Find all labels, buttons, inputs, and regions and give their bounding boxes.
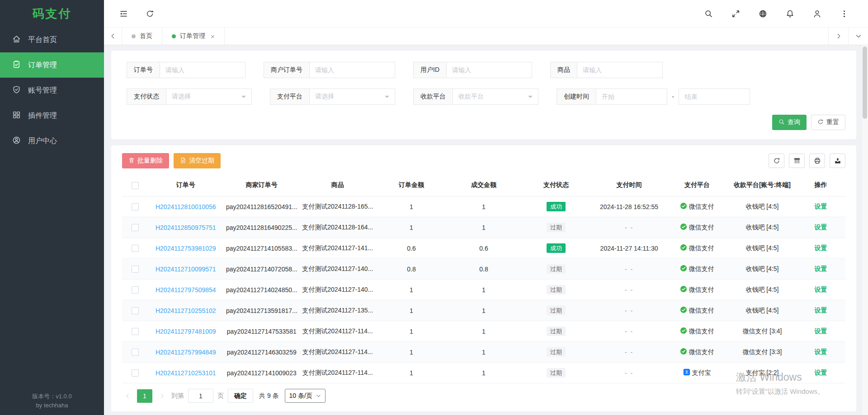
table-export-button[interactable] (830, 154, 845, 168)
pay-platform-cell: 微信支付 (666, 321, 728, 342)
column-header: 成交金额 (448, 174, 520, 196)
filter-select-pay-platform[interactable]: 请选择 (309, 89, 395, 105)
table-header-row: 订单号商家订单号商品订单金额成交金额支付状态支付时间支付平台收款平台[账号:终端… (122, 174, 845, 196)
filter-select-pay-status[interactable]: 请选择 (166, 89, 252, 105)
settings-link[interactable]: 设置 (815, 265, 827, 272)
settings-link[interactable]: 设置 (815, 203, 827, 210)
prev-page-button[interactable] (122, 389, 133, 403)
settings-link[interactable]: 设置 (815, 327, 827, 335)
column-header: 支付时间 (592, 174, 666, 196)
search-icon[interactable] (703, 9, 713, 19)
refresh-page-icon[interactable] (145, 9, 155, 19)
paid-amount-cell: 0.8 (448, 259, 520, 280)
wechat-pay-icon (680, 348, 687, 356)
tabs-scroll-right-button[interactable] (828, 28, 848, 45)
tab-home[interactable]: 首页 (122, 28, 162, 45)
table-print-button[interactable] (809, 154, 825, 168)
scrollbar-thumb[interactable] (863, 47, 867, 119)
order-id-cell: H2024112710099571 (148, 259, 223, 280)
table-columns-button[interactable] (789, 154, 805, 168)
order-id-link[interactable]: H2024112797509854 (156, 286, 216, 294)
sidebar-item-usercenter[interactable]: 用户中心 (0, 128, 104, 154)
pagination: 1 到第 页 确定 共 9 条 10 条/页 (122, 383, 845, 409)
filter-label-product: 商品 (550, 62, 577, 78)
settings-link[interactable]: 设置 (815, 348, 827, 355)
filter-select-receive-platform[interactable]: 收款平台 (453, 89, 538, 105)
select-all-checkbox[interactable] (132, 182, 139, 189)
settings-link[interactable]: 设置 (815, 244, 827, 252)
order-id-link[interactable]: H2024112797481009 (156, 328, 216, 335)
tabs-scroll-left-button[interactable] (104, 28, 122, 45)
order-id-link[interactable]: H2024112810010056 (156, 203, 216, 210)
reset-button[interactable]: 重置 (811, 115, 845, 130)
goto-page-input[interactable] (188, 389, 213, 403)
order-id-link[interactable]: H2024112710099571 (156, 266, 216, 273)
table-refresh-button[interactable] (769, 154, 784, 168)
order-id-cell: H2024112710255102 (148, 300, 223, 321)
filter-input-user-id[interactable] (446, 62, 532, 78)
collapse-menu-icon[interactable] (118, 9, 128, 19)
filter-input-order-no[interactable] (160, 62, 245, 78)
more-kebab-icon[interactable] (839, 9, 849, 19)
select-placeholder: 收款平台 (458, 93, 484, 101)
order-id-link[interactable]: H2024112753981029 (156, 245, 216, 252)
filter-input-product[interactable] (577, 62, 663, 78)
pay-time-cell: - - (592, 342, 666, 363)
filter-input-merchant-order-no[interactable] (309, 62, 395, 78)
tabs-menu-button[interactable] (848, 28, 868, 45)
batch-delete-button[interactable]: 批量删除 (122, 153, 169, 168)
orders-table: 订单号商家订单号商品订单金额成交金额支付状态支付时间支付平台收款平台[账号:终端… (122, 174, 845, 383)
clear-expired-button[interactable]: 清空过期 (174, 153, 221, 168)
filter-row-2: 支付状态请选择支付平台请选择收款平台收款平台创建时间- (127, 89, 845, 105)
order-id-link[interactable]: H2024112757994849 (156, 349, 216, 356)
language-globe-icon[interactable] (758, 9, 768, 19)
merchant-order-no-cell: pay20241127141009023 (223, 363, 300, 383)
sidebar-item-label: 账号管理 (28, 86, 57, 95)
row-checkbox-cell (122, 217, 148, 238)
pay-status-cell: 成功 (520, 238, 592, 259)
action-cell: 设置 (796, 259, 845, 280)
pay-status-cell: 过期 (520, 300, 592, 321)
filter-input-create-time-start[interactable] (596, 89, 667, 105)
sidebar-item-home[interactable]: 平台首页 (0, 27, 104, 52)
notification-bell-icon[interactable] (785, 9, 795, 19)
filter-input-create-time-end[interactable] (679, 89, 750, 105)
row-checkbox[interactable] (132, 245, 139, 252)
row-checkbox[interactable] (132, 369, 139, 377)
fullscreen-icon[interactable] (731, 9, 741, 19)
order-id-link[interactable]: H2024112850975751 (156, 224, 216, 231)
row-checkbox[interactable] (132, 203, 139, 210)
platform-label: 支付宝 (692, 369, 711, 377)
settings-link[interactable]: 设置 (815, 307, 827, 314)
app-logo: 码支付 (0, 0, 104, 27)
alipay-icon: 支 (683, 368, 690, 377)
sidebar-item-orders[interactable]: 订单管理 (0, 52, 104, 78)
user-avatar-icon[interactable] (812, 9, 822, 19)
vertical-scrollbar[interactable] (861, 45, 868, 415)
row-checkbox[interactable] (132, 328, 139, 335)
order-id-link[interactable]: H2024112710253101 (156, 369, 216, 377)
goto-confirm-button[interactable]: 确定 (228, 389, 253, 403)
next-page-button[interactable] (156, 389, 167, 403)
action-cell: 设置 (796, 238, 845, 259)
row-checkbox[interactable] (132, 224, 139, 231)
sidebar-item-accounts[interactable]: 账号管理 (0, 78, 104, 103)
tab-orders[interactable]: 订单管理× (162, 28, 225, 45)
sidebar-item-plugins[interactable]: 插件管理 (0, 103, 104, 128)
search-button[interactable]: 查询 (772, 115, 807, 130)
row-checkbox[interactable] (132, 349, 139, 356)
per-page-select[interactable]: 10 条/页 (285, 389, 326, 403)
row-checkbox[interactable] (132, 266, 139, 273)
row-checkbox[interactable] (132, 286, 139, 294)
table-row: H2024112757994849pay20241127146303259支付测… (122, 342, 845, 363)
row-checkbox[interactable] (132, 307, 139, 314)
settings-link[interactable]: 设置 (815, 224, 827, 231)
table-toolbar: 批量删除 清空过期 (122, 153, 845, 168)
settings-link[interactable]: 设置 (815, 286, 827, 293)
page-number-button[interactable]: 1 (137, 389, 152, 403)
settings-link[interactable]: 设置 (815, 369, 827, 376)
tab-close-icon[interactable]: × (211, 33, 215, 40)
order-id-link[interactable]: H2024112710255102 (156, 307, 216, 314)
paid-amount-cell: 1 (448, 363, 520, 383)
action-cell: 设置 (796, 217, 845, 238)
